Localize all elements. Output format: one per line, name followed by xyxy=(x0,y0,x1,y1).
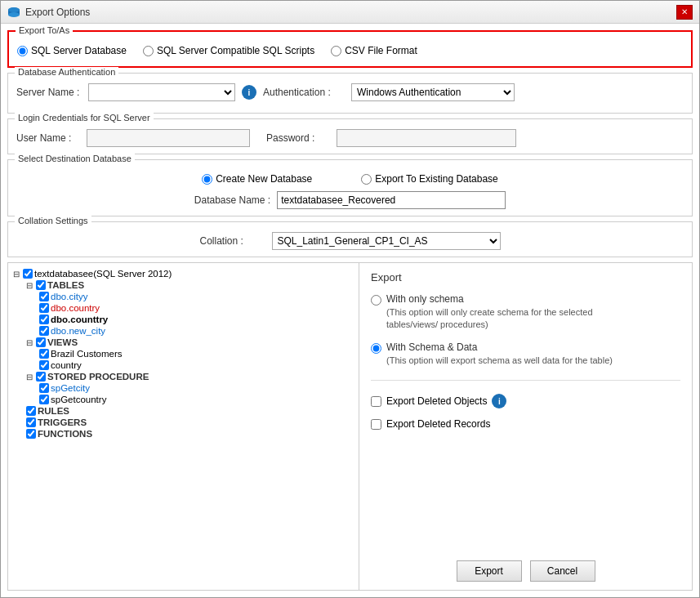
username-input[interactable] xyxy=(87,129,250,147)
root-checkbox[interactable] xyxy=(23,269,33,279)
collation-settings-section: Collation Settings Collation : SQL_Latin… xyxy=(7,221,693,257)
username-field: User Name : xyxy=(16,129,250,147)
tree-item-country[interactable]: dbo.country xyxy=(39,302,354,314)
export-panel: Export With only schema (This option wil… xyxy=(359,263,692,590)
export-to-as-section: Export To/As SQL Server Database SQL Ser… xyxy=(7,30,693,68)
tree-panel: ⊟ textdatabasee(SQL Server 2012) ⊟ TABLE… xyxy=(8,263,359,590)
create-new-db-option[interactable]: Create New Database xyxy=(202,173,312,185)
sql-scripts-option[interactable]: SQL Server Compatible SQL Scripts xyxy=(143,45,314,56)
schema-data-radio[interactable] xyxy=(371,343,381,354)
collation-select[interactable]: SQL_Latin1_General_CP1_CI_AS xyxy=(272,232,501,250)
tree-item-new-city[interactable]: dbo.new_city xyxy=(39,325,354,337)
divider xyxy=(371,380,680,381)
window-title: Export Options xyxy=(25,7,90,18)
collation-row: Collation : SQL_Latin1_General_CP1_CI_AS xyxy=(16,232,684,250)
views-expand-icon: ⊟ xyxy=(26,338,33,347)
cancel-button[interactable]: Cancel xyxy=(530,560,595,582)
collation-label: Collation : xyxy=(200,235,265,247)
tables-children: dbo.cityy dbo.country dbo.counttry xyxy=(26,291,354,337)
export-existing-option[interactable]: Export To Existing Database xyxy=(361,173,498,185)
export-deleted-objects-label: Export Deleted Objects xyxy=(386,395,487,407)
export-button[interactable]: Export xyxy=(457,560,522,582)
login-credentials-title: Login Credentials for SQL Server xyxy=(15,113,154,123)
db-name-row: Database Name : xyxy=(16,191,684,209)
tables-group: ⊟ TABLES dbo.cityy dbo.country xyxy=(13,279,354,337)
svg-point-2 xyxy=(8,12,20,17)
tables-label: TABLES xyxy=(47,280,84,290)
title-bar-left: Export Options xyxy=(7,6,90,19)
password-input[interactable] xyxy=(337,129,516,147)
functions-node[interactable]: FUNCTIONS xyxy=(26,428,354,440)
rules-node[interactable]: RULES xyxy=(26,405,354,417)
rules-group: RULES xyxy=(13,405,354,417)
server-info-icon[interactable]: i xyxy=(242,85,256,100)
password-field: Password : xyxy=(266,129,516,147)
stored-proc-group: ⊟ STORED PROCEDURE spGetcity spGetcountr… xyxy=(13,371,354,405)
login-credentials-section: Login Credentials for SQL Server User Na… xyxy=(7,118,693,154)
tree-item-cityy[interactable]: dbo.cityy xyxy=(39,291,354,302)
export-deleted-objects-row: Export Deleted Objects i xyxy=(371,394,680,408)
views-node[interactable]: ⊟ VIEWS xyxy=(26,337,354,348)
export-options-window: Export Options ✕ Export To/As SQL Server… xyxy=(0,0,700,598)
bottom-area: ⊟ textdatabasee(SQL Server 2012) ⊟ TABLE… xyxy=(7,262,693,591)
export-deleted-records-row: Export Deleted Records xyxy=(371,418,680,430)
auth-select[interactable]: Windows Authentication xyxy=(351,83,515,101)
tree-item-counttry[interactable]: dbo.counttry xyxy=(39,314,354,325)
tables-expand-icon: ⊟ xyxy=(26,281,33,290)
tables-checkbox[interactable] xyxy=(36,280,46,290)
views-group: ⊟ VIEWS Brazil Customers country xyxy=(13,337,354,371)
views-checkbox[interactable] xyxy=(36,337,46,347)
export-to-as-title: Export To/As xyxy=(16,25,73,35)
tree-item-spgetcity[interactable]: spGetcity xyxy=(39,382,354,394)
export-panel-title: Export xyxy=(371,271,680,283)
action-buttons: Export Cancel xyxy=(371,554,680,582)
server-name-label: Server Name : xyxy=(16,87,82,98)
collation-title: Collation Settings xyxy=(15,216,91,225)
tables-node[interactable]: ⊟ TABLES xyxy=(26,279,354,291)
tree-item-country-view[interactable]: country xyxy=(39,359,354,371)
tree-root-node[interactable]: ⊟ textdatabasee(SQL Server 2012) xyxy=(13,268,354,279)
username-label: User Name : xyxy=(16,132,82,144)
db-auth-title: Database Authentication xyxy=(15,67,118,77)
server-name-row: Server Name : i Authentication : Windows… xyxy=(16,83,684,101)
destination-radio-group: Create New Database Export To Existing D… xyxy=(16,170,684,188)
db-name-label: Database Name : xyxy=(194,194,270,206)
schema-data-label: With Schema & Data xyxy=(386,341,613,353)
export-type-radio-group: SQL Server Database SQL Server Compatibl… xyxy=(17,42,683,60)
schema-only-option: With only schema (This option will only … xyxy=(371,293,680,332)
export-deleted-objects-checkbox[interactable] xyxy=(371,396,381,407)
stored-proc-expand-icon: ⊟ xyxy=(26,373,33,382)
root-label: textdatabasee(SQL Server 2012) xyxy=(34,269,172,279)
sql-server-db-option[interactable]: SQL Server Database xyxy=(17,45,127,56)
views-children: Brazil Customers country xyxy=(26,348,354,371)
triggers-node[interactable]: TRIGGERS xyxy=(26,417,354,428)
main-content: Export To/As SQL Server Database SQL Ser… xyxy=(1,24,699,597)
root-expand-icon: ⊟ xyxy=(13,270,20,279)
schema-data-option: With Schema & Data (This option will exp… xyxy=(371,341,680,367)
destination-title: Select Destination Database xyxy=(15,154,135,163)
app-icon xyxy=(7,6,20,19)
schema-data-text: With Schema & Data (This option will exp… xyxy=(386,341,613,367)
triggers-group: TRIGGERS xyxy=(13,417,354,428)
stored-proc-node[interactable]: ⊟ STORED PROCEDURE xyxy=(26,371,354,382)
login-credentials-row: User Name : Password : xyxy=(16,129,684,147)
tree-item-brazil-customers[interactable]: Brazil Customers xyxy=(39,348,354,359)
db-name-input[interactable] xyxy=(277,191,506,209)
stored-proc-checkbox[interactable] xyxy=(36,372,46,382)
deleted-objects-info-icon[interactable]: i xyxy=(492,394,506,408)
functions-group: FUNCTIONS xyxy=(13,428,354,440)
close-button[interactable]: ✕ xyxy=(676,5,693,20)
schema-only-desc: (This option will only create schema for… xyxy=(386,306,615,332)
title-bar: Export Options ✕ xyxy=(1,1,699,24)
schema-only-radio[interactable] xyxy=(371,295,381,306)
schema-only-label: With only schema xyxy=(386,293,615,305)
export-deleted-records-checkbox[interactable] xyxy=(371,419,381,430)
server-name-select[interactable] xyxy=(88,83,235,101)
schema-only-text: With only schema (This option will only … xyxy=(386,293,615,332)
svg-point-3 xyxy=(8,7,20,12)
auth-label: Authentication : xyxy=(263,87,345,98)
password-label: Password : xyxy=(266,132,332,144)
tree-item-spgetcountry[interactable]: spGetcountry xyxy=(39,394,354,405)
csv-format-option[interactable]: CSV File Format xyxy=(331,45,417,56)
stored-proc-children: spGetcity spGetcountry xyxy=(26,382,354,405)
